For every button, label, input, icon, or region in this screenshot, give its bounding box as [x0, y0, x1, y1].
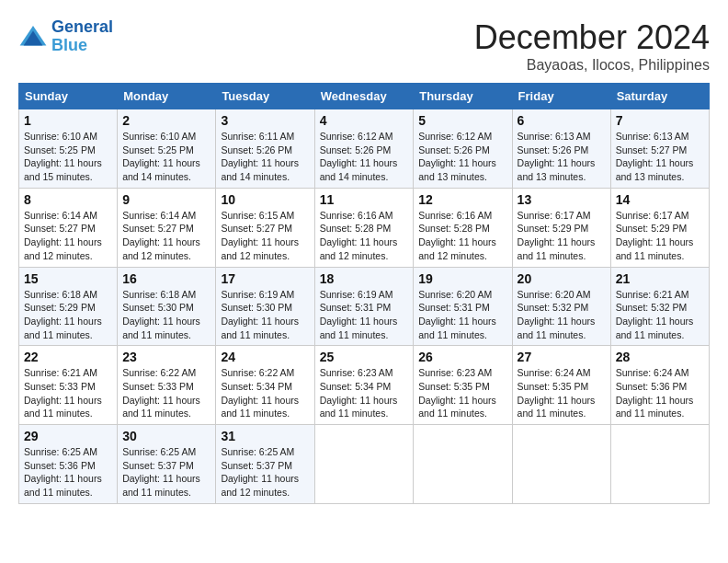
cell-sunrise: Sunrise: 6:14 AM: [24, 210, 97, 221]
cell-daylight: Daylight: 11 hours and 12 minutes.: [122, 236, 200, 261]
cell-sunset: Sunset: 5:36 PM: [616, 381, 688, 392]
calendar-cell: 5 Sunrise: 6:12 AM Sunset: 5:26 PM Dayli…: [414, 109, 512, 189]
cell-daylight: Daylight: 11 hours and 11 minutes.: [122, 395, 200, 419]
cell-daylight: Daylight: 11 hours and 11 minutes.: [616, 395, 694, 419]
cell-sunset: Sunset: 5:27 PM: [221, 223, 292, 234]
day-number: 30: [122, 429, 210, 443]
calendar-cell: [610, 425, 709, 504]
page-header: General Blue December 2024 Bayaoas, Iloc…: [18, 18, 710, 74]
cell-daylight: Daylight: 11 hours and 11 minutes.: [518, 395, 596, 419]
calendar-week-row: 15 Sunrise: 6:18 AM Sunset: 5:29 PM Dayl…: [19, 267, 710, 346]
cell-sunrise: Sunrise: 6:25 AM: [221, 446, 294, 457]
cell-sunset: Sunset: 5:28 PM: [320, 223, 392, 234]
calendar-cell: 30 Sunrise: 6:25 AM Sunset: 5:37 PM Dayl…: [118, 425, 216, 504]
column-header-wednesday: Wednesday: [314, 84, 414, 109]
cell-daylight: Daylight: 11 hours and 11 minutes.: [24, 473, 102, 498]
column-header-sunday: Sunday: [19, 84, 118, 109]
logo-general: General: [51, 17, 113, 36]
logo-text: General Blue: [51, 18, 113, 55]
cell-sunset: Sunset: 5:29 PM: [616, 223, 688, 234]
calendar-cell: 6 Sunrise: 6:13 AM Sunset: 5:26 PM Dayli…: [512, 109, 610, 189]
cell-sunrise: Sunrise: 6:18 AM: [24, 289, 97, 300]
day-number: 31: [221, 429, 309, 443]
calendar-cell: 19 Sunrise: 6:20 AM Sunset: 5:31 PM Dayl…: [414, 267, 512, 346]
calendar-cell: [314, 425, 414, 504]
day-number: 4: [320, 113, 409, 128]
calendar-cell: 15 Sunrise: 6:18 AM Sunset: 5:29 PM Dayl…: [19, 267, 118, 346]
cell-sunrise: Sunrise: 6:13 AM: [518, 131, 591, 142]
cell-daylight: Daylight: 11 hours and 11 minutes.: [518, 316, 596, 340]
cell-sunrise: Sunrise: 6:22 AM: [221, 367, 294, 378]
cell-daylight: Daylight: 11 hours and 13 minutes.: [616, 157, 694, 182]
day-number: 14: [616, 192, 704, 207]
calendar-cell: 20 Sunrise: 6:20 AM Sunset: 5:32 PM Dayl…: [512, 267, 610, 346]
calendar-cell: 4 Sunrise: 6:12 AM Sunset: 5:26 PM Dayli…: [314, 109, 414, 189]
cell-sunset: Sunset: 5:36 PM: [24, 460, 96, 471]
day-number: 5: [418, 113, 506, 128]
cell-sunrise: Sunrise: 6:13 AM: [616, 131, 689, 142]
cell-sunset: Sunset: 5:31 PM: [418, 302, 490, 313]
calendar-cell: 14 Sunrise: 6:17 AM Sunset: 5:29 PM Dayl…: [610, 188, 709, 267]
cell-daylight: Daylight: 11 hours and 11 minutes.: [518, 236, 596, 261]
cell-daylight: Daylight: 11 hours and 12 minutes.: [24, 236, 102, 261]
cell-sunrise: Sunrise: 6:21 AM: [616, 289, 689, 300]
calendar-cell: 16 Sunrise: 6:18 AM Sunset: 5:30 PM Dayl…: [118, 267, 216, 346]
cell-sunset: Sunset: 5:29 PM: [24, 302, 96, 313]
calendar-cell: 28 Sunrise: 6:24 AM Sunset: 5:36 PM Dayl…: [610, 346, 709, 425]
calendar-cell: 1 Sunrise: 6:10 AM Sunset: 5:25 PM Dayli…: [19, 109, 118, 189]
cell-sunrise: Sunrise: 6:18 AM: [122, 289, 196, 300]
day-number: 11: [320, 192, 409, 207]
calendar-week-row: 29 Sunrise: 6:25 AM Sunset: 5:36 PM Dayl…: [19, 425, 710, 504]
cell-sunrise: Sunrise: 6:22 AM: [122, 367, 196, 378]
day-number: 6: [518, 113, 606, 128]
day-number: 2: [122, 113, 210, 128]
calendar-cell: [414, 425, 512, 504]
day-number: 23: [122, 350, 210, 364]
cell-sunset: Sunset: 5:34 PM: [221, 381, 292, 392]
cell-sunrise: Sunrise: 6:19 AM: [320, 289, 393, 300]
cell-sunset: Sunset: 5:32 PM: [616, 302, 688, 313]
calendar-cell: 8 Sunrise: 6:14 AM Sunset: 5:27 PM Dayli…: [19, 188, 118, 267]
logo: General Blue: [18, 18, 113, 55]
cell-sunrise: Sunrise: 6:12 AM: [418, 131, 492, 142]
calendar-cell: 11 Sunrise: 6:16 AM Sunset: 5:28 PM Dayl…: [314, 188, 414, 267]
calendar-cell: 17 Sunrise: 6:19 AM Sunset: 5:30 PM Dayl…: [216, 267, 314, 346]
cell-sunset: Sunset: 5:25 PM: [24, 144, 96, 155]
cell-sunset: Sunset: 5:35 PM: [518, 381, 589, 392]
calendar-cell: 3 Sunrise: 6:11 AM Sunset: 5:26 PM Dayli…: [216, 109, 314, 189]
day-number: 16: [122, 271, 210, 286]
day-number: 19: [418, 271, 506, 286]
cell-sunset: Sunset: 5:34 PM: [320, 381, 392, 392]
day-number: 13: [518, 192, 606, 207]
cell-sunrise: Sunrise: 6:20 AM: [518, 289, 591, 300]
cell-daylight: Daylight: 11 hours and 11 minutes.: [221, 395, 299, 419]
cell-daylight: Daylight: 11 hours and 14 minutes.: [320, 157, 398, 182]
cell-daylight: Daylight: 11 hours and 11 minutes.: [320, 316, 398, 340]
cell-sunrise: Sunrise: 6:24 AM: [616, 367, 689, 378]
cell-sunset: Sunset: 5:27 PM: [122, 223, 194, 234]
day-number: 26: [418, 350, 506, 364]
day-number: 27: [518, 350, 606, 364]
cell-sunset: Sunset: 5:27 PM: [616, 144, 688, 155]
column-header-tuesday: Tuesday: [216, 84, 314, 109]
cell-sunrise: Sunrise: 6:15 AM: [221, 210, 294, 221]
day-number: 8: [24, 192, 112, 207]
cell-sunset: Sunset: 5:26 PM: [518, 144, 589, 155]
cell-daylight: Daylight: 11 hours and 14 minutes.: [221, 157, 299, 182]
title-block: December 2024 Bayaoas, Ilocos, Philippin…: [474, 18, 710, 74]
cell-sunrise: Sunrise: 6:16 AM: [418, 210, 492, 221]
day-number: 22: [24, 350, 112, 364]
cell-sunset: Sunset: 5:29 PM: [518, 223, 589, 234]
cell-sunset: Sunset: 5:26 PM: [418, 144, 490, 155]
logo-blue: Blue: [51, 36, 87, 54]
cell-daylight: Daylight: 11 hours and 12 minutes.: [221, 236, 299, 261]
calendar-cell: 26 Sunrise: 6:23 AM Sunset: 5:35 PM Dayl…: [414, 346, 512, 425]
calendar-header-row: SundayMondayTuesdayWednesdayThursdayFrid…: [19, 84, 710, 109]
cell-sunset: Sunset: 5:30 PM: [122, 302, 194, 313]
calendar-cell: 13 Sunrise: 6:17 AM Sunset: 5:29 PM Dayl…: [512, 188, 610, 267]
cell-sunset: Sunset: 5:35 PM: [418, 381, 490, 392]
cell-sunset: Sunset: 5:26 PM: [320, 144, 392, 155]
day-number: 25: [320, 350, 409, 364]
month-title: December 2024: [474, 18, 710, 57]
cell-sunset: Sunset: 5:37 PM: [122, 460, 194, 471]
